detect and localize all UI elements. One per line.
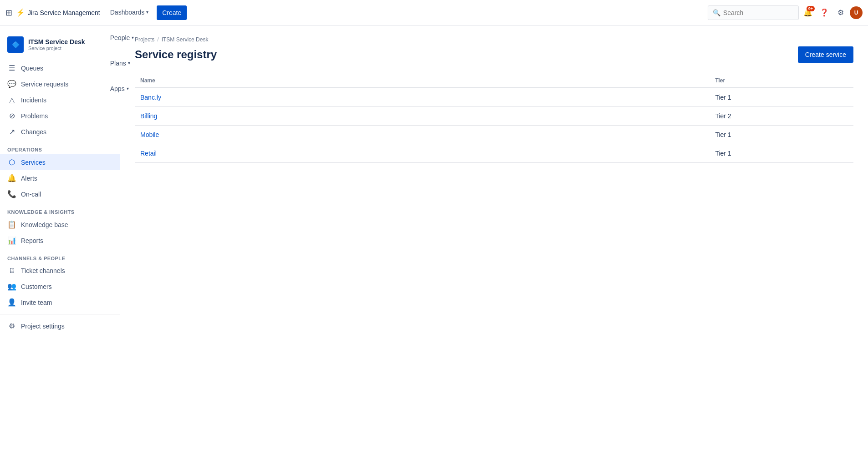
sidebar-item-project-settings[interactable]: ⚙Project settings [0,318,120,334]
help-button[interactable]: ❓ [817,5,832,20]
column-name: Name [135,74,710,88]
service-link[interactable]: Billing [140,112,157,120]
page-header: Service registry Create service [135,46,853,63]
sidebar-divider [0,314,120,314]
avatar[interactable]: U [850,6,863,19]
sidebar-bottom-items: ⚙Project settings [0,318,120,334]
nav-item-dashboards[interactable]: Dashboards ▾ [106,0,153,25]
breadcrumb-project[interactable]: ITSM Service Desk [162,36,209,43]
sidebar-item-alerts[interactable]: 🔔Alerts [0,170,120,186]
notification-badge: 9+ [807,6,815,11]
sidebar-item-on-call[interactable]: 📞On-call [0,186,120,202]
sidebar-section-operations: OPERATIONS [0,140,120,154]
nav-items: Your workProjects ▾Filters ▾Dashboards ▾… [106,0,153,102]
column-tier: Tier [710,74,853,88]
sidebar-item-label: Ticket channels [21,267,65,274]
sidebar-item-label: Project settings [21,323,65,330]
sidebar-section-knowledge---insights: KNOWLEDGE & INSIGHTS [0,202,120,217]
tier-value: Tier 2 [715,112,731,120]
alerts-icon: 🔔 [7,174,16,182]
service-tier-cell: Tier 1 [710,88,853,107]
sidebar-item-label: Problems [21,112,48,120]
nav-item-apps[interactable]: Apps ▾ [106,76,153,102]
sidebar-item-label: Services [21,159,46,166]
reports-icon: 📊 [7,236,16,245]
problems-icon: ⊘ [7,111,16,120]
sidebar: 🔷 ITSM Service Desk Service project ☰Que… [0,25,120,475]
sidebar-item-customers[interactable]: 👥Customers [0,278,120,294]
brand: ⚡ Jira Service Management [16,8,100,17]
main-content: Projects / ITSM Service Desk Service reg… [120,25,868,475]
chevron-icon: ▾ [128,61,130,66]
sidebar-project: 🔷 ITSM Service Desk Service project [0,33,120,60]
grid-icon[interactable]: ⊞ [5,8,12,18]
chevron-icon: ▾ [146,10,148,15]
sidebar-item-service-requests[interactable]: 💬Service requests [0,76,120,92]
service-name-cell: Retail [135,144,710,163]
top-nav: ⊞ ⚡ Jira Service Management Your workPro… [0,0,868,25]
incidents-icon: △ [7,96,16,104]
sidebar-item-label: Knowledge base [21,221,68,228]
brand-icon: ⚡ [16,8,25,17]
notifications-button[interactable]: 🔔 9+ [801,5,815,20]
ticket-channels-icon: 🖥 [7,267,16,275]
settings-button[interactable]: ⚙ [833,5,848,20]
sidebar-item-changes[interactable]: ↗Changes [0,124,120,140]
sidebar-item-label: On-call [21,191,41,198]
sidebar-item-label: Service requests [21,81,68,88]
breadcrumb-sep: / [157,36,158,43]
sidebar-item-problems[interactable]: ⊘Problems [0,108,120,124]
sidebar-item-knowledge-base[interactable]: 📋Knowledge base [0,217,120,232]
invite-team-icon: 👤 [7,298,16,307]
sidebar-item-label: Queues [21,65,43,72]
table-row: Mobile Tier 1 [135,126,853,144]
search-input[interactable] [723,9,794,16]
knowledge-base-icon: 📋 [7,220,16,229]
breadcrumb: Projects / ITSM Service Desk [135,36,853,43]
sidebar-item-ticket-channels[interactable]: 🖥Ticket channels [0,263,120,278]
sidebar-item-incidents[interactable]: △Incidents [0,92,120,108]
project-name: ITSM Service Desk [28,38,85,45]
table-header-row: Name Tier [135,74,853,88]
tier-value: Tier 1 [715,150,731,157]
service-requests-icon: 💬 [7,80,16,88]
sidebar-item-label: Customers [21,283,52,290]
sidebar-item-label: Changes [21,128,46,136]
service-link[interactable]: Retail [140,150,157,157]
sidebar-sections: OPERATIONS⬡Services🔔Alerts📞On-callKNOWLE… [0,140,120,310]
table-row: Billing Tier 2 [135,107,853,126]
table-body: Banc.ly Tier 1 Billing Tier 2 Mobile Tie… [135,88,853,163]
tier-value: Tier 1 [715,94,731,101]
chevron-icon: ▾ [132,35,134,40]
table-head: Name Tier [135,74,853,88]
table-row: Banc.ly Tier 1 [135,88,853,107]
create-service-button[interactable]: Create service [798,46,853,63]
changes-icon: ↗ [7,127,16,136]
sidebar-item-label: Incidents [21,96,46,104]
sidebar-item-label: Reports [21,237,43,244]
sidebar-item-invite-team[interactable]: 👤Invite team [0,294,120,310]
sidebar-item-queues[interactable]: ☰Queues [0,60,120,76]
chevron-icon: ▾ [127,86,129,91]
sidebar-item-label: Alerts [21,175,37,182]
service-name-cell: Billing [135,107,710,126]
nav-item-plans[interactable]: Plans ▾ [106,51,153,76]
project-type: Service project [28,45,85,51]
service-link[interactable]: Mobile [140,131,159,138]
search-box[interactable]: 🔍 [708,5,799,20]
service-table: Name Tier Banc.ly Tier 1 Billing Tier 2 … [135,74,853,163]
customers-icon: 👥 [7,282,16,291]
on-call-icon: 📞 [7,190,16,198]
service-name-cell: Mobile [135,126,710,144]
service-tier-cell: Tier 2 [710,107,853,126]
sidebar-item-reports[interactable]: 📊Reports [0,232,120,248]
sidebar-top-items: ☰Queues💬Service requests△Incidents⊘Probl… [0,60,120,140]
nav-right: 🔍 🔔 9+ ❓ ⚙ U [708,5,863,20]
queues-icon: ☰ [7,64,16,72]
sidebar-item-services[interactable]: ⬡Services [0,154,120,170]
nav-item-people[interactable]: People ▾ [106,25,153,51]
service-name-cell: Banc.ly [135,88,710,107]
tier-value: Tier 1 [715,131,731,138]
create-button[interactable]: Create [157,5,187,20]
brand-name: Jira Service Management [28,9,100,16]
